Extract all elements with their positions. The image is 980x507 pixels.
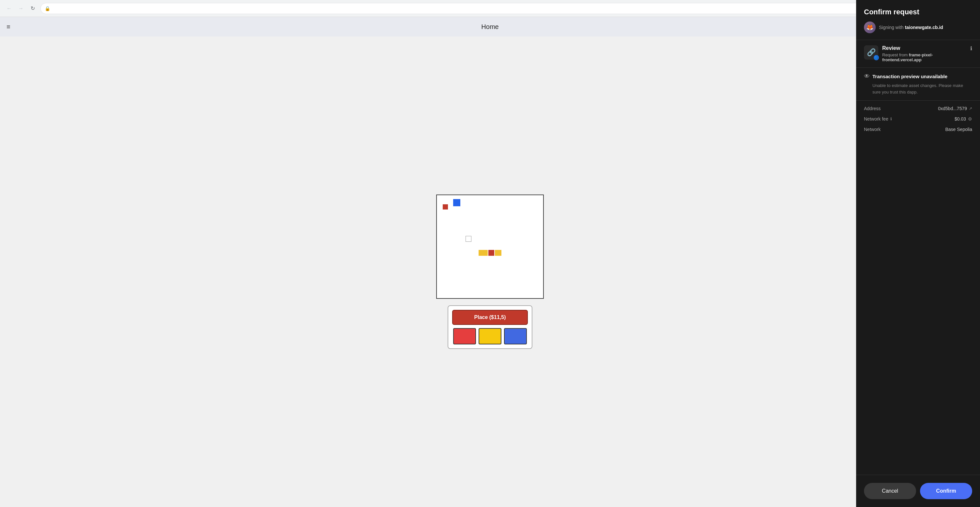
network-row: Network Base Sepolia [864, 127, 972, 132]
info-icon[interactable]: ℹ [970, 45, 972, 51]
color-options [452, 328, 528, 345]
cancel-button[interactable]: Cancel [864, 483, 916, 499]
security-icon: 🔒 [45, 6, 50, 11]
color-swatch-red[interactable] [453, 328, 476, 345]
pixel-yellow-2[interactable] [495, 250, 501, 256]
signing-account: taionewgate.cb.id [905, 25, 943, 30]
address-row: Address 0xd5bd...7579 ↗ [864, 106, 972, 111]
review-badge: 🔵 [874, 55, 879, 60]
address-value: 0xd5bd...7579 ↗ [938, 106, 972, 111]
pixel-red-2[interactable] [488, 250, 494, 256]
review-section: 🔗 🔵 Review Request from frame-pixel-fron… [856, 40, 980, 68]
signing-row: 🦊 Signing with taionewgate.cb.id [864, 22, 972, 33]
fee-settings-icon[interactable]: ⚙ [968, 116, 972, 122]
address-bar: 🔒 frame-pixel-frontend.vercel.app ☆ [40, 3, 940, 14]
pixel-canvas[interactable] [436, 194, 544, 299]
review-sublabel: Request from frame-pixel-frontend.vercel… [882, 52, 966, 62]
signing-text: Signing with taionewgate.cb.id [879, 25, 943, 30]
nav-buttons: ← → ↻ [4, 3, 38, 14]
review-icon: 🔗 [867, 48, 876, 57]
network-fee-label: Network fee ℹ [864, 116, 892, 122]
hamburger-icon[interactable]: ≡ [6, 23, 10, 31]
confirm-panel: Confirm request 🦊 Signing with taionewga… [856, 0, 980, 507]
back-button[interactable]: ← [4, 3, 14, 14]
network-fee-info-icon[interactable]: ℹ [890, 117, 892, 121]
tx-preview-header: 👁 Transaction preview unavailable [864, 73, 972, 80]
confirm-panel-title: Confirm request [864, 8, 972, 16]
pixel-yellow-1[interactable] [479, 250, 488, 256]
confirm-panel-header: Confirm request 🦊 Signing with taionewga… [856, 0, 980, 40]
color-swatch-yellow[interactable] [479, 328, 501, 345]
review-content: Review Request from frame-pixel-frontend… [882, 45, 966, 62]
pixel-white-1[interactable] [466, 236, 471, 242]
controls-panel: Place ($11,5) [448, 305, 532, 349]
page-title: Home [481, 23, 498, 31]
browser-chrome: ← → ↻ 🔒 frame-pixel-frontend.vercel.app … [0, 0, 980, 17]
external-link-icon[interactable]: ↗ [969, 106, 972, 111]
eye-icon: 👁 [864, 73, 870, 80]
tx-preview-text: Unable to estimate asset changes. Please… [864, 83, 972, 95]
action-buttons: Cancel Confirm [856, 475, 980, 507]
network-value: Base Sepolia [945, 127, 972, 132]
forward-button[interactable]: → [16, 3, 26, 14]
tx-preview-section: 👁 Transaction preview unavailable Unable… [856, 68, 980, 101]
avatar: 🦊 [864, 22, 876, 33]
network-fee-row: Network fee ℹ $0.03 ⚙ [864, 116, 972, 122]
review-label: Review [882, 45, 966, 51]
address-label: Address [864, 106, 881, 111]
app-header: ≡ Home [0, 17, 980, 37]
color-swatch-blue[interactable] [504, 328, 527, 345]
details-section: Address 0xd5bd...7579 ↗ Network fee ℹ $0… [856, 101, 980, 137]
network-fee-value: $0.03 ⚙ [955, 116, 972, 122]
pixel-blue-1[interactable] [453, 199, 460, 206]
pixel-red-1[interactable] [443, 204, 448, 210]
place-button[interactable]: Place ($11,5) [452, 310, 528, 325]
main-content: ≡ Home Place ($11,5) [0, 17, 980, 507]
confirm-button[interactable]: Confirm [920, 483, 972, 499]
url-input[interactable]: frame-pixel-frontend.vercel.app [53, 6, 928, 11]
network-label: Network [864, 127, 881, 132]
tx-preview-title: Transaction preview unavailable [872, 74, 947, 79]
canvas-section: Place ($11,5) [0, 37, 980, 507]
reload-button[interactable]: ↻ [27, 3, 38, 14]
review-icon-wrap: 🔗 🔵 [864, 45, 878, 60]
